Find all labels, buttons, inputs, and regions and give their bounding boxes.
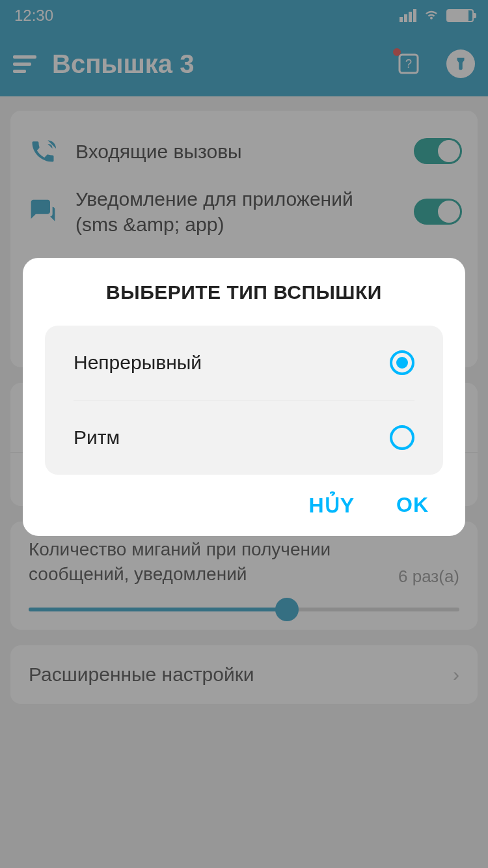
- dialog-buttons: HỦY OK: [45, 493, 443, 518]
- options-group: Непрерывный Ритм: [45, 326, 443, 475]
- option-rhythm-label: Ритм: [74, 427, 120, 449]
- cancel-button[interactable]: HỦY: [309, 493, 355, 518]
- radio-unselected-icon: [390, 425, 414, 450]
- option-rhythm[interactable]: Ритм: [74, 400, 414, 475]
- option-continuous-label: Непрерывный: [74, 352, 202, 374]
- ok-button[interactable]: OK: [396, 493, 429, 518]
- modal-overlay[interactable]: ВЫБЕРИТЕ ТИП ВСПЫШКИ Непрерывный Ритм HỦ…: [0, 0, 488, 868]
- radio-selected-icon: [390, 350, 414, 375]
- flash-type-dialog: ВЫБЕРИТЕ ТИП ВСПЫШКИ Непрерывный Ритм HỦ…: [23, 258, 465, 536]
- option-continuous[interactable]: Непрерывный: [74, 326, 414, 400]
- dialog-title: ВЫБЕРИТЕ ТИП ВСПЫШКИ: [45, 281, 443, 303]
